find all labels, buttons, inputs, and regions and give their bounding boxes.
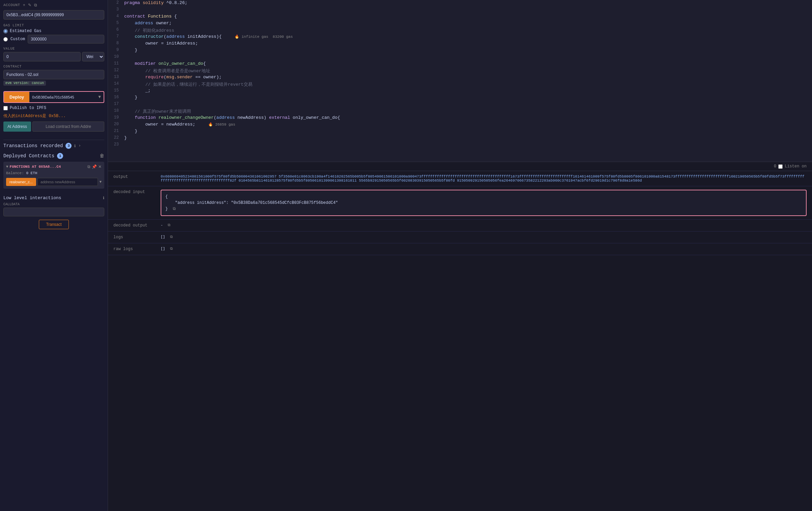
- function-button[interactable]: realowner_c...: [6, 178, 36, 186]
- decoded-brace-close: } ⧉: [165, 207, 802, 211]
- deploy-button[interactable]: Deploy: [4, 92, 29, 102]
- value-input[interactable]: [3, 52, 81, 61]
- line-number: 19: [111, 115, 119, 120]
- line-number: 3: [111, 7, 119, 12]
- code-line: 17: [108, 101, 812, 108]
- publish-ipfs-checkbox[interactable]: [3, 106, 8, 110]
- code-line: 3: [108, 7, 812, 14]
- copy-contract-icon[interactable]: ⧉: [87, 164, 90, 169]
- code-editor: 2pragma solidity ^0.8.26;34contract Func…: [108, 0, 812, 162]
- raw-logs-value: [] ⧉: [155, 243, 812, 255]
- listen-checkbox[interactable]: [778, 164, 783, 169]
- logs-copy-icon[interactable]: ⧉: [170, 235, 173, 239]
- custom-label: Custom: [10, 37, 25, 42]
- deploy-address-input[interactable]: [29, 94, 96, 101]
- value-label: VALUE: [3, 47, 104, 51]
- account-row: ACCOUNT + ✎ ⧉: [3, 3, 104, 7]
- line-number: 22: [111, 135, 119, 140]
- contract-select[interactable]: Functions - 02.sol: [3, 70, 104, 79]
- line-number: 4: [111, 14, 119, 19]
- raw-logs-copy-icon[interactable]: ⧉: [170, 247, 173, 251]
- estimated-gas-label: Estimated Gas: [10, 29, 42, 33]
- deploy-row: Deploy ▼: [3, 91, 104, 103]
- transactions-badge: 3: [65, 143, 72, 149]
- transactions-row: Transactions recorded 3 ℹ ›: [3, 143, 104, 149]
- deploy-chevron-icon[interactable]: ▼: [96, 93, 104, 101]
- code-line: 23: [108, 142, 812, 149]
- transact-button[interactable]: Transact: [39, 220, 69, 229]
- code-line: 10: [108, 54, 812, 61]
- code-content: }: [124, 129, 809, 134]
- code-line: 15 _;: [108, 88, 812, 95]
- code-content: constructor(address initAddress){ 🔥 infi…: [124, 34, 809, 39]
- deployed-label: Deployed Contracts: [3, 153, 54, 159]
- contract-item-chevron-icon[interactable]: ▼: [6, 165, 8, 169]
- decoded-copy-icon[interactable]: ⧉: [173, 207, 176, 211]
- code-content: // 真正的owner来才能调用: [124, 108, 809, 114]
- code-line: 4contract Functions {: [108, 14, 812, 20]
- copy-account-icon[interactable]: ⧉: [33, 3, 38, 7]
- code-line: 12 // 检查调用者是否是owner地址: [108, 68, 812, 74]
- code-line: 5 address owner;: [108, 20, 812, 27]
- divider-1: [3, 140, 104, 140]
- raw-logs-row: raw logs [] ⧉: [108, 243, 812, 255]
- code-line: 20 owner = newAddress; 🔥 26859 gas: [108, 122, 812, 128]
- transactions-label: Transactions recorded: [3, 143, 63, 149]
- info-icon-2: ℹ: [103, 196, 104, 200]
- info-icon: ℹ: [74, 144, 76, 148]
- code-content: require(msg.sender == owner);: [124, 75, 809, 80]
- decoded-output-copy-icon[interactable]: ⧉: [168, 223, 170, 227]
- function-address-input[interactable]: [37, 178, 98, 186]
- decoded-brace-open: {: [165, 194, 802, 199]
- close-contract-icon[interactable]: ✕: [98, 164, 102, 169]
- trash-icon[interactable]: 🗑: [100, 153, 104, 159]
- at-address-button[interactable]: At Address: [3, 122, 31, 132]
- listen-row: 0 Listen on: [774, 164, 807, 169]
- line-number: 10: [111, 54, 119, 59]
- decoded-input-value: { "address initAddress": "0x5B38Da6a701c…: [155, 186, 812, 220]
- listen-label: Listen on: [785, 164, 807, 169]
- estimated-gas-row: Estimated Gas: [3, 29, 104, 33]
- line-number: 21: [111, 129, 119, 133]
- low-level-section: Low level interactions ℹ CALLDATA Transa…: [3, 195, 104, 229]
- function-chevron-icon[interactable]: ▼: [99, 180, 102, 184]
- balance-row: Balance: 0 ETH: [6, 171, 102, 175]
- custom-gas-input[interactable]: [28, 35, 104, 44]
- decoded-output-row: decoded output - ⧉: [108, 220, 812, 232]
- add-account-icon[interactable]: +: [22, 3, 26, 7]
- code-line: 18 // 真正的owner来才能调用: [108, 108, 812, 115]
- balance-value: 0 ETH: [26, 171, 37, 175]
- code-content: owner = initAddress;: [124, 41, 809, 46]
- calldata-label: CALLDATA: [3, 203, 104, 206]
- right-panel: 2pragma solidity ^0.8.26;34contract Func…: [108, 0, 812, 511]
- left-panel: ACCOUNT + ✎ ⧉ 0x5B3...eddC4 (99.99999999…: [0, 0, 108, 511]
- calldata-input[interactable]: [3, 208, 104, 216]
- code-line: 2pragma solidity ^0.8.26;: [108, 0, 812, 7]
- decoded-output-value: - ⧉: [155, 220, 812, 232]
- publish-ipfs-label: Publish to IPFS: [10, 106, 46, 110]
- value-row: Wei Gwei ETH: [3, 52, 104, 61]
- account-select[interactable]: 0x5B3...eddC4 (99.9999999999: [3, 10, 104, 20]
- line-number: 12: [111, 68, 119, 73]
- decoded-input-inner: "address initAddress": "0x5B38Da6a701c56…: [165, 199, 802, 207]
- line-number: 20: [111, 122, 119, 127]
- code-content: contract Functions {: [124, 14, 809, 19]
- load-contract-button[interactable]: Load contract from Addre: [32, 122, 104, 132]
- line-number: 8: [111, 41, 119, 46]
- output-topbar: 0 Listen on: [108, 162, 812, 171]
- code-line: 19 function realowner_changeOwner(addres…: [108, 115, 812, 122]
- estimated-gas-radio[interactable]: [3, 29, 8, 33]
- decoded-input-content: "address initAddress": "0x5B38Da6a701c56…: [175, 200, 338, 205]
- transactions-chevron-icon[interactable]: ›: [78, 143, 81, 148]
- output-panel: 0 Listen on output 0x6080604052348015610…: [108, 162, 812, 511]
- code-content: // 检查调用者是否是owner地址: [124, 68, 809, 74]
- edit-account-icon[interactable]: ✎: [27, 3, 32, 7]
- unit-select[interactable]: Wei Gwei ETH: [82, 52, 104, 61]
- pin-contract-icon[interactable]: 📌: [92, 164, 97, 169]
- custom-gas-radio[interactable]: [3, 37, 8, 42]
- code-line: 8 owner = initAddress;: [108, 41, 812, 47]
- line-number: 18: [111, 108, 119, 113]
- code-line: 9 }: [108, 47, 812, 54]
- code-line: 13 require(msg.sender == owner);: [108, 74, 812, 81]
- code-content: address owner;: [124, 21, 809, 26]
